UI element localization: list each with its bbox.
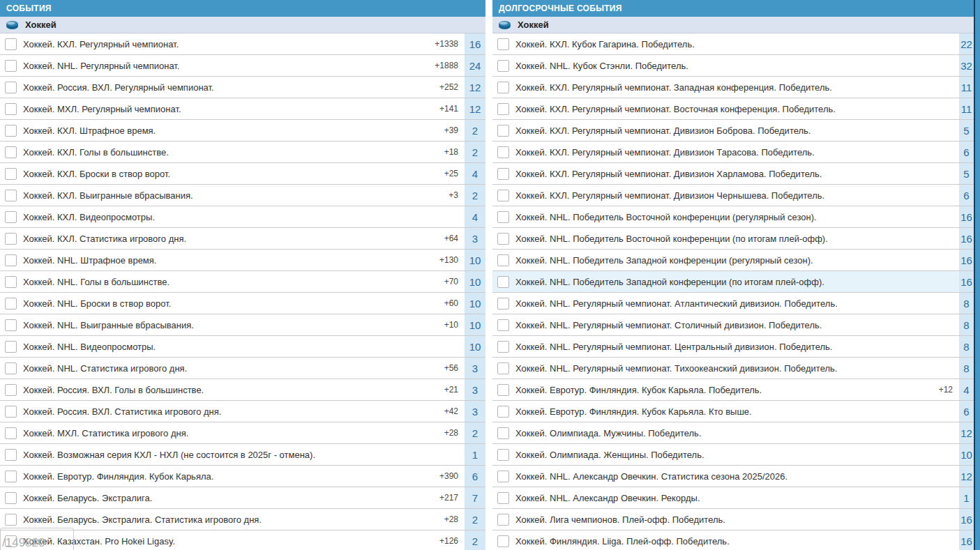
list-item[interactable]: Хоккей. Беларусь. Экстралига. +217 7 bbox=[0, 487, 485, 509]
list-item[interactable]: Хоккей. МХЛ. Статистика игрового дня. +2… bbox=[0, 422, 485, 444]
row-checkbox[interactable] bbox=[497, 471, 509, 482]
row-checkbox[interactable] bbox=[5, 319, 17, 331]
row-checkbox[interactable] bbox=[5, 233, 17, 245]
row-checkbox[interactable] bbox=[5, 146, 17, 158]
row-checkbox[interactable] bbox=[5, 514, 17, 526]
list-item[interactable]: Хоккей. NHL. Регулярный чемпионат. Тихоо… bbox=[492, 358, 974, 379]
row-checkbox[interactable] bbox=[5, 384, 17, 396]
list-item[interactable]: Хоккей. NHL. Голы в большинстве. +70 10 bbox=[0, 271, 485, 293]
row-added-count: +21 bbox=[444, 385, 458, 395]
row-checkbox[interactable] bbox=[5, 406, 17, 418]
row-checkbox[interactable] bbox=[497, 168, 509, 180]
row-checkbox[interactable] bbox=[497, 103, 509, 115]
list-item[interactable]: Хоккей. NHL. Победитель Восточной конфер… bbox=[492, 228, 974, 250]
row-checkbox[interactable] bbox=[5, 60, 17, 72]
row-checkbox[interactable] bbox=[5, 211, 17, 223]
list-item[interactable]: Хоккей. КХЛ. Регулярный чемпионат. Дивиз… bbox=[492, 185, 974, 206]
row-checkbox[interactable] bbox=[5, 254, 17, 266]
row-checkbox[interactable] bbox=[497, 82, 509, 93]
row-checkbox[interactable] bbox=[497, 211, 509, 223]
list-item[interactable]: Хоккей. NHL. Регулярный чемпионат. Столи… bbox=[492, 314, 974, 336]
list-item[interactable]: Хоккей. Россия. ВХЛ. Голы в большинстве.… bbox=[0, 379, 485, 401]
row-checkbox[interactable] bbox=[497, 298, 509, 310]
row-checkbox[interactable] bbox=[497, 125, 509, 137]
list-item[interactable]: Хоккей. NHL. Броски в створ ворот. +60 1… bbox=[0, 293, 485, 314]
list-item[interactable]: Хоккей. Евротур. Финляндия. Кубок Карьял… bbox=[0, 466, 485, 487]
list-item[interactable]: Хоккей. КХЛ. Регулярный чемпионат. Дивиз… bbox=[492, 142, 974, 163]
list-item[interactable]: Хоккей. КХЛ. Регулярный чемпионат. Восто… bbox=[492, 98, 974, 120]
list-item[interactable]: Хоккей. Возможная серия КХЛ - НХЛ (не со… bbox=[0, 444, 485, 466]
list-item[interactable]: Хоккей. КХЛ. Видеопросмотры. 4 bbox=[0, 206, 485, 228]
list-item[interactable]: Хоккей. NHL. Регулярный чемпионат. +1888… bbox=[0, 55, 485, 77]
list-item[interactable]: Хоккей. Олимпиада. Женщины. Победитель. … bbox=[492, 444, 974, 466]
row-checkbox[interactable] bbox=[5, 427, 17, 439]
row-checkbox[interactable] bbox=[5, 125, 17, 137]
row-checkbox[interactable] bbox=[5, 535, 17, 547]
list-item[interactable]: Хоккей. МХЛ. Регулярный чемпионат. +141 … bbox=[0, 98, 485, 120]
list-item[interactable]: Хоккей. NHL. Видеопросмотры. 10 bbox=[0, 336, 485, 358]
row-checkbox[interactable] bbox=[497, 190, 509, 201]
list-item[interactable]: Хоккей. КХЛ. Регулярный чемпионат. Дивиз… bbox=[492, 120, 974, 142]
list-item[interactable]: Хоккей. NHL. Победитель Восточной конфер… bbox=[492, 206, 974, 228]
list-item[interactable]: Хоккей. Лига чемпионов. Плей-офф. Победи… bbox=[492, 509, 974, 530]
row-checkbox[interactable] bbox=[497, 427, 509, 439]
row-checkbox[interactable] bbox=[497, 492, 509, 504]
list-item[interactable]: Хоккей. Россия. ВХЛ. Регулярный чемпиона… bbox=[0, 77, 485, 98]
list-item[interactable]: Хоккей. NHL. Регулярный чемпионат. Центр… bbox=[492, 336, 974, 358]
list-item[interactable]: Хоккей. NHL. Победитель Западной конфере… bbox=[492, 250, 974, 271]
sport-section-hockey[interactable]: Хоккей bbox=[0, 17, 485, 33]
row-checkbox[interactable] bbox=[497, 60, 509, 72]
list-item[interactable]: Хоккей. Россия. ВХЛ. Статистика игрового… bbox=[0, 401, 485, 422]
row-checkbox[interactable] bbox=[5, 492, 17, 504]
row-checkbox[interactable] bbox=[5, 341, 17, 353]
list-item[interactable]: Хоккей. КХЛ. Броски в створ ворот. +25 4 bbox=[0, 163, 485, 185]
row-checkbox[interactable] bbox=[5, 82, 17, 93]
row-checkbox[interactable] bbox=[497, 384, 509, 396]
row-checkbox[interactable] bbox=[5, 298, 17, 310]
list-item[interactable]: Хоккей. КХЛ. Штрафное время. +39 2 bbox=[0, 120, 485, 142]
vertical-scrollbar[interactable] bbox=[974, 0, 980, 550]
row-checkbox[interactable] bbox=[497, 514, 509, 526]
list-item[interactable]: Хоккей. Беларусь. Экстралига. Статистика… bbox=[0, 509, 485, 530]
list-item[interactable]: Хоккей. КХЛ. Статистика игрового дня. +6… bbox=[0, 228, 485, 250]
list-item[interactable]: Хоккей. NHL. Победитель Западной конфере… bbox=[492, 271, 974, 293]
row-checkbox[interactable] bbox=[497, 449, 509, 461]
row-checkbox[interactable] bbox=[5, 103, 17, 115]
list-item[interactable]: Хоккей. КХЛ. Регулярный чемпионат. +1338… bbox=[0, 33, 485, 55]
list-item[interactable]: Хоккей. Казахстан. Pro Hokei Ligasy. +12… bbox=[0, 530, 485, 550]
list-item[interactable]: Хоккей. Евротур. Финляндия. Кубок Карьял… bbox=[492, 401, 974, 422]
list-item[interactable]: Хоккей. NHL. Статистика игрового дня. +5… bbox=[0, 358, 485, 379]
list-item[interactable]: Хоккей. КХЛ. Голы в большинстве. +18 2 bbox=[0, 142, 485, 163]
row-checkbox[interactable] bbox=[497, 362, 509, 374]
list-item[interactable]: Хоккей. КХЛ. Регулярный чемпионат. Дивиз… bbox=[492, 163, 974, 185]
list-item[interactable]: Хоккей. NHL. Штрафное время. +130 10 bbox=[0, 250, 485, 271]
sport-section-hockey-longterm[interactable]: Хоккей bbox=[492, 17, 974, 33]
list-item[interactable]: Хоккей. NHL. Александр Овечкин. Статисти… bbox=[492, 466, 974, 487]
list-item[interactable]: Хоккей. NHL. Александр Овечкин. Рекорды.… bbox=[492, 487, 974, 509]
row-checkbox[interactable] bbox=[5, 276, 17, 288]
row-checkbox[interactable] bbox=[497, 276, 509, 288]
row-checkbox[interactable] bbox=[5, 471, 17, 482]
row-checkbox[interactable] bbox=[497, 233, 509, 245]
list-item[interactable]: Хоккей. Олимпиада. Мужчины. Победитель. … bbox=[492, 422, 974, 444]
row-checkbox[interactable] bbox=[497, 406, 509, 418]
row-checkbox[interactable] bbox=[497, 319, 509, 331]
list-item[interactable]: Хоккей. КХЛ. Регулярный чемпионат. Запад… bbox=[492, 77, 974, 98]
row-checkbox[interactable] bbox=[5, 449, 17, 461]
list-item[interactable]: Хоккей. NHL. Кубок Стэнли. Победитель. 3… bbox=[492, 55, 974, 77]
row-checkbox[interactable] bbox=[497, 146, 509, 158]
list-item[interactable]: Хоккей. Финляндия. Liiga. Плей-офф. Побе… bbox=[492, 530, 974, 550]
list-item[interactable]: Хоккей. КХЛ. Выигранные вбрасывания. +3 … bbox=[0, 185, 485, 206]
row-checkbox[interactable] bbox=[497, 341, 509, 353]
list-item[interactable]: Хоккей. Евротур. Финляндия. Кубок Карьял… bbox=[492, 379, 974, 401]
row-checkbox[interactable] bbox=[497, 535, 509, 547]
row-checkbox[interactable] bbox=[497, 38, 509, 50]
list-item[interactable]: Хоккей. NHL. Регулярный чемпионат. Атлан… bbox=[492, 293, 974, 314]
list-item[interactable]: Хоккей. КХЛ. Кубок Гагарина. Победитель.… bbox=[492, 33, 974, 55]
row-checkbox[interactable] bbox=[497, 254, 509, 266]
row-checkbox[interactable] bbox=[5, 38, 17, 50]
row-checkbox[interactable] bbox=[5, 190, 17, 201]
list-item[interactable]: Хоккей. NHL. Выигранные вбрасывания. +10… bbox=[0, 314, 485, 336]
row-checkbox[interactable] bbox=[5, 362, 17, 374]
row-checkbox[interactable] bbox=[5, 168, 17, 180]
